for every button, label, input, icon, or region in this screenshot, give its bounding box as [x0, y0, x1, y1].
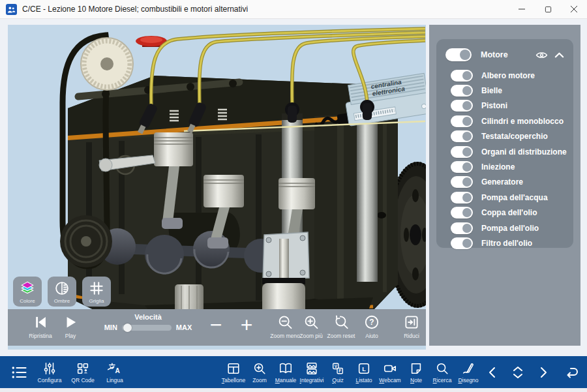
motore-layers-panel: Motore Albero motore Bielle Pistoni [436, 39, 573, 248]
speed-slider-knob[interactable] [123, 324, 132, 332]
translate-icon: A [108, 361, 122, 376]
note-icon [409, 361, 423, 376]
layer-row-iniezione[interactable]: Iniezione [444, 159, 565, 174]
engine-3d-viewport[interactable]: centralina elettronica [8, 25, 426, 350]
layer-label: Filtro dell'olio [481, 239, 532, 248]
panel-header: Motore [445, 48, 564, 61]
layer-label: Bielle [481, 86, 502, 95]
toolbar-left-group: Configura QR Code A Lingua [5, 356, 130, 388]
speed-slider[interactable] [122, 325, 172, 331]
visibility-eye-icon[interactable] [535, 50, 548, 60]
panel-title: Motore [481, 50, 508, 59]
collapse-panel-button[interactable]: Riduci [403, 314, 420, 339]
toggle-switch[interactable] [451, 85, 473, 97]
speed-decrease-button[interactable]: − [210, 315, 222, 335]
prev-button[interactable] [485, 361, 500, 384]
return-button[interactable] [561, 361, 580, 384]
svg-text:F: F [339, 368, 341, 372]
list-icon [10, 363, 28, 382]
menu-list-button[interactable] [5, 356, 33, 388]
zoom-button[interactable]: Zoom [247, 356, 273, 388]
collapse-chevron-icon[interactable] [554, 52, 564, 59]
configura-button[interactable]: Configura [33, 356, 67, 388]
layer-row-pompa-olio[interactable]: Pompa dell'olio [444, 220, 565, 235]
skip-to-start-icon [32, 314, 49, 331]
ripristina-button[interactable]: Ripristina [29, 314, 52, 339]
help-icon: ? [363, 314, 380, 331]
layer-row-albero-motore[interactable]: Albero motore [444, 68, 565, 83]
svg-text:?: ? [369, 318, 374, 327]
toggle-switch[interactable] [451, 222, 473, 234]
listato-button[interactable]: L Listato [351, 356, 377, 388]
ricerca-button[interactable]: Ricerca [429, 356, 455, 388]
layer-row-testata[interactable]: Testata/coperchio [444, 129, 565, 144]
close-button[interactable] [561, 0, 587, 18]
layer-row-distribuzione[interactable]: Organi di distribuzione [444, 144, 565, 159]
manuale-button[interactable]: Manuale [273, 356, 299, 388]
integrativi-button[interactable]: Integrativi [299, 356, 325, 388]
layer-label: Organi di distribuzione [481, 147, 567, 157]
play-icon [62, 314, 79, 331]
chevron-right-icon [537, 365, 550, 380]
motore-toggle[interactable] [445, 48, 472, 61]
toggle-switch[interactable] [451, 130, 473, 142]
toggle-switch[interactable] [451, 192, 473, 204]
layer-row-pompa-acqua[interactable]: Pompa dell'acqua [444, 190, 565, 205]
zoom-reset-icon [333, 314, 350, 331]
window-bottom-edge [0, 388, 587, 392]
layer-row-pistoni[interactable]: Pistoni [444, 98, 565, 113]
quiz-button[interactable]: V F Quiz [325, 356, 351, 388]
webcam-icon [383, 361, 397, 376]
disegno-button[interactable]: Disegno [455, 356, 481, 388]
main-toolbar: Configura QR Code A Lingua [0, 356, 587, 388]
webcam-button[interactable]: Webcam [377, 356, 403, 388]
tabellone-button[interactable]: Tabellone [220, 356, 247, 388]
zoom-in-icon [303, 314, 320, 331]
lingua-button[interactable]: A Lingua [99, 356, 130, 388]
zoom-out-icon [277, 314, 294, 331]
minimize-button[interactable] [509, 0, 535, 18]
sliders-icon [42, 361, 57, 376]
min-label: MIN [104, 324, 117, 331]
view-options: Colore Ombre Griglia [13, 277, 111, 307]
next-button[interactable] [535, 361, 551, 384]
toggle-switch[interactable] [451, 146, 473, 158]
ombre-button[interactable]: Ombre [48, 277, 76, 307]
layer-label: Coppa dell'olio [481, 208, 537, 217]
play-button[interactable]: Play [62, 314, 79, 339]
app-icon [6, 4, 17, 15]
toolbar-nav-group [485, 356, 580, 388]
velocita-label: Velocità [134, 313, 162, 321]
toggle-switch[interactable] [451, 176, 473, 188]
layer-row-cilindri[interactable]: Cilindri e monoblocco [444, 113, 565, 128]
griglia-button[interactable]: Griglia [82, 277, 111, 307]
toggle-switch[interactable] [451, 161, 473, 173]
zoom-reset-button[interactable]: Zoom reset [327, 314, 355, 339]
speed-increase-button[interactable]: + [241, 315, 253, 335]
maximize-button[interactable] [535, 0, 561, 18]
note-button[interactable]: Note [403, 356, 429, 388]
double-chevron-vertical-icon [510, 364, 526, 381]
toggle-switch[interactable] [451, 100, 473, 112]
qr-code-button[interactable]: QR Code [67, 356, 99, 388]
layer-row-generatore[interactable]: Generatore [444, 175, 565, 190]
toggle-switch[interactable] [451, 237, 473, 249]
help-button[interactable]: ? Aiuto [363, 314, 380, 339]
colore-label: Colore [20, 298, 35, 304]
layer-row-coppa-olio[interactable]: Coppa dell'olio [444, 205, 565, 220]
layer-row-filtro-olio[interactable]: Filtro dell'olio [444, 235, 565, 250]
collapse-right-icon [403, 314, 420, 331]
zoom-out-button[interactable]: Zoom meno [270, 314, 299, 339]
toggle-switch[interactable] [451, 70, 473, 82]
svg-text:V: V [335, 363, 338, 368]
expand-collapse-button[interactable] [510, 361, 526, 384]
grid-icon [88, 280, 105, 297]
toggle-switch[interactable] [451, 115, 473, 127]
colore-button[interactable]: Colore [13, 277, 42, 307]
layer-label: Albero motore [481, 71, 535, 80]
toggle-switch[interactable] [451, 207, 473, 219]
layer-row-bielle[interactable]: Bielle [444, 83, 565, 98]
svg-text:A: A [115, 367, 120, 374]
zoom-in-button[interactable]: Zoom più [299, 314, 322, 339]
pen-draw-icon [461, 361, 475, 376]
